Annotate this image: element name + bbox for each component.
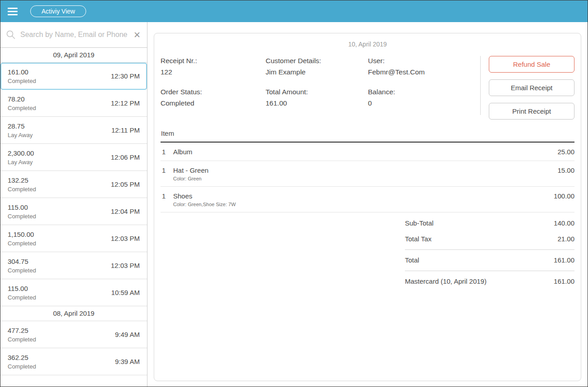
transaction-row[interactable]: 1,150.00 Completed 12:03 PM bbox=[0, 225, 147, 252]
item-info: Shoes Color: Green,Shoe Size: 7W bbox=[173, 192, 554, 207]
transaction-row[interactable]: 115.00 Completed 12:04 PM bbox=[0, 198, 147, 225]
transaction-row[interactable]: 477.25 Completed 9:49 AM bbox=[0, 321, 147, 348]
field-value: 122 bbox=[161, 68, 266, 76]
app-window: Activiy View ✕ 09, April 2019 161.00 Com… bbox=[0, 0, 588, 387]
transaction-info: 362.25 Completed bbox=[8, 354, 36, 370]
receipt-card: 10, April 2019 Receipt Nr.: 122 Customer… bbox=[154, 33, 581, 381]
content-area: ✕ 09, April 2019 161.00 Completed 12:30 … bbox=[0, 22, 588, 387]
items-header: Item bbox=[161, 129, 574, 143]
transaction-amount: 28.75 bbox=[8, 122, 32, 130]
field-customer: Customer Details: Jim Example bbox=[266, 57, 368, 76]
payment-row: Mastercard (10, April 2019) 161.00 bbox=[405, 271, 574, 289]
transaction-row[interactable]: 132.25 Completed 12:05 PM bbox=[0, 171, 147, 198]
transaction-amount: 2,300.00 bbox=[8, 149, 34, 157]
item-qty: 1 bbox=[162, 166, 173, 174]
field-receipt-nr: Receipt Nr.: 122 bbox=[161, 57, 266, 76]
date-header: 08, April 2019 bbox=[0, 306, 147, 321]
receipt-item-row: 1 Album 25.00 bbox=[161, 143, 574, 161]
transaction-row[interactable]: 304.75 Completed 12:03 PM bbox=[0, 252, 147, 279]
date-header: 09, April 2019 bbox=[0, 48, 147, 63]
receipt-items: 1 Album 25.00 1 Hat - Green Color: Green… bbox=[161, 143, 574, 212]
field-value: 161.00 bbox=[266, 99, 368, 107]
search-input[interactable] bbox=[19, 30, 129, 39]
transaction-row[interactable]: 115.00 Completed 10:59 AM bbox=[0, 279, 147, 306]
transaction-row[interactable]: 78.20 Completed 12:12 PM bbox=[0, 90, 147, 117]
field-value: Febmr@Test.Com bbox=[368, 68, 478, 76]
field-value: 0 bbox=[368, 99, 478, 107]
menu-icon[interactable] bbox=[8, 8, 18, 15]
receipt-header-date: 10, April 2019 bbox=[161, 33, 574, 55]
transaction-amount: 115.00 bbox=[8, 285, 36, 292]
transaction-status: Lay Away bbox=[8, 132, 32, 138]
transaction-status: Completed bbox=[8, 294, 36, 301]
field-value: Completed bbox=[161, 99, 266, 107]
item-name: Album bbox=[173, 148, 557, 156]
totals-value: 21.00 bbox=[557, 235, 574, 243]
field-label: Receipt Nr.: bbox=[161, 57, 266, 65]
transaction-status: Completed bbox=[8, 240, 36, 247]
receipt-item-row: 1 Hat - Green Color: Green 15.00 bbox=[161, 161, 574, 187]
totals-value: 161.00 bbox=[554, 256, 574, 264]
totals-label: Total bbox=[405, 256, 419, 264]
receipt-fields: Receipt Nr.: 122 Customer Details: Jim E… bbox=[161, 55, 478, 120]
search-bar: ✕ bbox=[0, 22, 147, 48]
item-qty: 1 bbox=[162, 192, 173, 200]
totals-label: Total Tax bbox=[405, 235, 432, 243]
transaction-time: 12:11 PM bbox=[111, 126, 140, 134]
item-info: Album bbox=[173, 148, 557, 156]
totals-value: 161.00 bbox=[554, 277, 574, 285]
transaction-time: 9:49 AM bbox=[115, 331, 140, 338]
transaction-list: 09, April 2019 161.00 Completed 12:30 PM… bbox=[0, 48, 147, 387]
email-receipt-button[interactable]: Email Receipt bbox=[489, 79, 574, 96]
transaction-amount: 78.20 bbox=[8, 95, 36, 103]
transaction-time: 9:39 AM bbox=[115, 358, 140, 365]
transaction-time: 12:30 PM bbox=[111, 72, 140, 80]
total-row: Total 161.00 bbox=[405, 249, 574, 268]
transaction-status: Completed bbox=[8, 105, 36, 111]
transaction-status: Completed bbox=[8, 78, 36, 84]
item-name: Shoes bbox=[173, 192, 554, 200]
print-receipt-button[interactable]: Print Receipt bbox=[489, 103, 574, 120]
transaction-row[interactable]: 362.25 Completed 9:39 AM bbox=[0, 348, 147, 375]
receipt-summary: Receipt Nr.: 122 Customer Details: Jim E… bbox=[161, 55, 574, 120]
transaction-info: 1,150.00 Completed bbox=[8, 230, 36, 247]
transaction-row[interactable]: 161.00 Completed 12:30 PM bbox=[0, 63, 147, 90]
customer-link[interactable]: Jim Example bbox=[266, 68, 368, 76]
field-user: User: Febmr@Test.Com bbox=[368, 57, 478, 76]
transaction-status: Completed bbox=[8, 267, 36, 274]
transaction-info: 161.00 Completed bbox=[8, 68, 36, 84]
transaction-info: 132.25 Completed bbox=[8, 176, 36, 193]
transaction-time: 12:03 PM bbox=[111, 262, 140, 269]
transaction-amount: 115.00 bbox=[8, 203, 36, 211]
receipt-actions: Refund Sale Email Receipt Print Receipt bbox=[489, 55, 574, 120]
field-balance: Balance: 0 bbox=[368, 88, 478, 107]
transaction-time: 12:05 PM bbox=[111, 180, 140, 188]
clear-search-icon[interactable]: ✕ bbox=[133, 31, 142, 39]
field-label: Customer Details: bbox=[266, 57, 368, 65]
transaction-info: 78.20 Completed bbox=[8, 95, 36, 111]
vertical-divider bbox=[480, 56, 481, 115]
transaction-time: 12:04 PM bbox=[111, 207, 140, 215]
transaction-amount: 1,150.00 bbox=[8, 230, 36, 238]
activity-view-button[interactable]: Activiy View bbox=[30, 5, 86, 17]
item-price: 25.00 bbox=[557, 148, 574, 156]
transaction-time: 10:59 AM bbox=[111, 289, 140, 296]
refund-sale-button[interactable]: Refund Sale bbox=[489, 56, 574, 73]
item-info: Hat - Green Color: Green bbox=[173, 166, 557, 181]
receipt-panel: 10, April 2019 Receipt Nr.: 122 Customer… bbox=[147, 22, 588, 387]
transaction-amount: 477.25 bbox=[8, 327, 36, 334]
receipt-item-row: 1 Shoes Color: Green,Shoe Size: 7W 100.0… bbox=[161, 187, 574, 212]
transaction-time: 12:06 PM bbox=[111, 153, 140, 161]
item-price: 15.00 bbox=[557, 166, 574, 174]
transaction-row[interactable]: 28.75 Lay Away 12:11 PM bbox=[0, 117, 147, 144]
subtotal-row: Sub-Total 140.00 bbox=[405, 215, 574, 231]
transaction-row[interactable]: 2,300.00 Lay Away 12:06 PM bbox=[0, 144, 147, 171]
transaction-amount: 362.25 bbox=[8, 354, 36, 361]
totals-section: Sub-Total 140.00 Total Tax 21.00 Total 1… bbox=[405, 212, 574, 289]
field-label: Balance: bbox=[368, 88, 478, 96]
transaction-info: 2,300.00 Lay Away bbox=[8, 149, 34, 166]
item-detail: Color: Green bbox=[173, 176, 557, 181]
subtotal-rows: Sub-Total 140.00 Total Tax 21.00 bbox=[405, 215, 574, 247]
totals-label: Sub-Total bbox=[405, 219, 433, 227]
item-price: 100.00 bbox=[554, 192, 574, 200]
